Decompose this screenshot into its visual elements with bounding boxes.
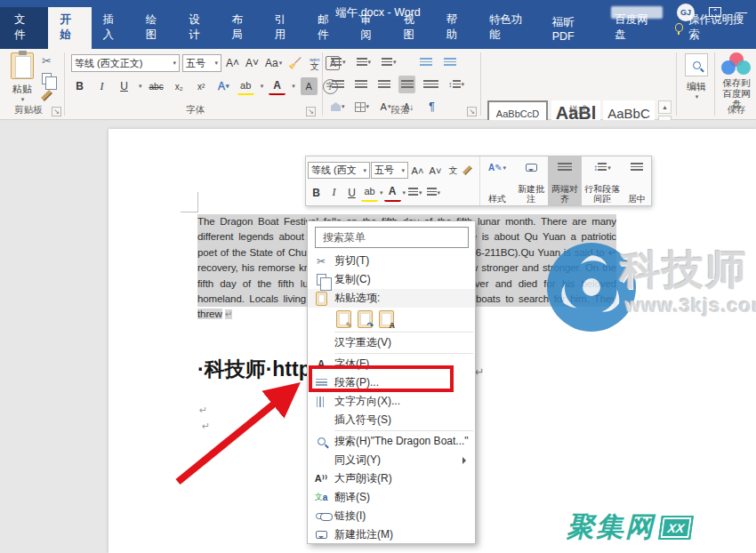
tab-special-features[interactable]: 特色功能 xyxy=(478,7,541,49)
menu-item-label: 同义词(Y) xyxy=(334,453,462,468)
tab-view[interactable]: 视图 xyxy=(392,7,435,49)
strikethrough-button[interactable]: abc xyxy=(148,77,165,95)
grow-font-button[interactable]: A˄ xyxy=(224,54,241,72)
bold-button[interactable]: B xyxy=(71,77,88,95)
mini-line-spacing-button[interactable]: ↕▾ 行和段落间距 xyxy=(582,156,623,205)
align-center-button[interactable] xyxy=(352,76,369,93)
line-spacing-icon xyxy=(453,80,461,90)
mini-format-painter-icon[interactable] xyxy=(462,165,472,175)
character-shading-button[interactable]: A xyxy=(301,77,318,95)
paste-merge-formatting-icon[interactable]: ↷ xyxy=(358,310,373,328)
text-effects-button[interactable]: A▾ xyxy=(215,77,232,95)
mini-highlight-button[interactable]: ab xyxy=(361,184,378,202)
mini-new-comment-button[interactable]: 新建批注 xyxy=(514,156,548,205)
italic-button[interactable]: I xyxy=(93,77,110,95)
bullets-button[interactable]: ▾ xyxy=(329,53,348,71)
menu-search-input[interactable]: 搜索菜单 xyxy=(315,227,469,248)
mini-bullets-button[interactable]: ▾ xyxy=(406,184,424,202)
tab-insert[interactable]: 插入 xyxy=(92,7,134,49)
superscript-button[interactable]: x² xyxy=(193,77,210,95)
underline-dropdown-icon[interactable]: ▾ xyxy=(139,83,142,90)
line-spacing-button[interactable]: ↕▾ xyxy=(446,76,466,93)
tell-me-search[interactable]: 操作说明搜索 xyxy=(666,7,756,49)
font-dialog-launcher[interactable]: ↘ xyxy=(306,107,316,116)
font-name-combo[interactable]: 等线 (西文正文) ▾ xyxy=(71,54,180,72)
format-painter-icon[interactable] xyxy=(41,90,52,101)
mini-font-color-dropdown-icon[interactable]: ▾ xyxy=(403,189,406,196)
pilcrow-mark: ↵ xyxy=(475,365,485,379)
cut-icon[interactable]: ✂ xyxy=(42,54,52,68)
menu-item-text-direction[interactable]: 文字方向(X)... xyxy=(308,392,475,411)
menu-item-hanzi-reconvert[interactable]: 汉字重选(V) xyxy=(308,333,475,352)
tab-layout[interactable]: 布局 xyxy=(220,7,262,49)
tab-mailings[interactable]: 邮件 xyxy=(306,7,349,49)
font-row-1: 等线 (西文正文) ▾ 五号 ▾ A˄ A˅ Aa▾ 🧹 wén 文 A xyxy=(71,54,340,72)
subscript-button[interactable]: x₂ xyxy=(171,77,188,95)
mini-center-button[interactable]: 居中 xyxy=(623,156,651,205)
paste-button[interactable]: 粘贴 ▾ xyxy=(7,52,37,103)
shrink-font-button[interactable]: A˅ xyxy=(244,54,261,72)
mini-font-name-combo[interactable]: 等线 (西文▾ xyxy=(308,162,370,179)
justify-button[interactable] xyxy=(398,76,415,93)
mini-italic-button[interactable]: I xyxy=(326,184,342,202)
styles-scroll-up[interactable]: ▲ xyxy=(658,100,672,114)
tab-baidu-netdisk[interactable]: 百度网盘 xyxy=(603,7,666,49)
distribute-button[interactable] xyxy=(422,76,440,93)
mini-styles-button[interactable]: A✎▾ 样式 xyxy=(480,156,514,205)
paste-keep-source-formatting-icon[interactable]: ✎ xyxy=(336,310,351,328)
menu-item-label: 粘贴选项: xyxy=(334,291,475,306)
tab-help[interactable]: 帮助 xyxy=(435,7,478,49)
tab-references[interactable]: 引用 xyxy=(263,7,306,49)
paste-keep-text-only-icon[interactable]: A xyxy=(379,310,394,328)
mini-shrink-font-button[interactable]: A˅ xyxy=(427,162,444,180)
paste-dropdown-icon[interactable]: ▾ xyxy=(8,96,37,103)
font-color-button[interactable]: A xyxy=(269,77,286,95)
tab-design[interactable]: 设计 xyxy=(177,7,220,49)
clear-formatting-button[interactable]: 🧹 xyxy=(286,54,303,72)
copy-icon[interactable] xyxy=(42,73,52,84)
menu-item-label: 链接(I) xyxy=(334,509,475,524)
menu-item-search[interactable]: 搜索(H)"The Dragon Boat..." xyxy=(308,432,475,451)
cut-icon: ✂ xyxy=(308,255,334,268)
menu-item-read-aloud[interactable]: A⁾⁾ 大声朗读(R) xyxy=(308,469,475,488)
tab-foxit-pdf[interactable]: 福昕PDF xyxy=(541,10,604,49)
align-right-button[interactable] xyxy=(375,76,392,93)
font-size-combo[interactable]: 五号 ▾ xyxy=(182,54,221,72)
numbering-button[interactable]: ▾ xyxy=(355,53,374,71)
editing-button[interactable]: 编辑 ▾ xyxy=(681,53,712,100)
mini-underline-button[interactable]: U xyxy=(343,184,360,202)
mini-numbering-button[interactable]: ▾ xyxy=(425,184,443,202)
menu-item-cut[interactable]: ✂ 剪切(T) xyxy=(308,252,475,270)
change-case-button[interactable]: Aa▾ xyxy=(263,54,284,72)
paragraph-dialog-launcher[interactable]: ↘ xyxy=(467,107,477,116)
decrease-indent-button[interactable] xyxy=(418,53,435,71)
align-left-button[interactable] xyxy=(329,76,346,93)
text-direction-icon xyxy=(308,397,334,407)
mini-bold-button[interactable]: B xyxy=(308,184,325,202)
highlight-button[interactable]: ab xyxy=(237,77,254,95)
menu-item-insert-symbol[interactable]: 插入符号(S) xyxy=(308,411,475,429)
mini-font-size-combo[interactable]: 五号▾ xyxy=(371,162,408,179)
phonetic-guide-button[interactable]: wén 文 xyxy=(306,54,323,72)
mini-font-color-button[interactable]: A xyxy=(384,184,401,202)
font-color-dropdown-icon[interactable]: ▾ xyxy=(292,83,295,90)
tab-review[interactable]: 审阅 xyxy=(349,7,391,49)
mini-justify-button[interactable]: 两端对齐 xyxy=(548,156,582,205)
tab-file[interactable]: 文件 xyxy=(0,7,48,49)
mini-highlight-dropdown-icon[interactable]: ▾ xyxy=(380,189,383,196)
menu-item-copy[interactable]: 复制(C) xyxy=(308,270,475,289)
menu-item-synonyms[interactable]: 同义词(Y) xyxy=(308,451,475,469)
multilevel-list-button[interactable]: ▾ xyxy=(380,53,398,71)
tab-draw[interactable]: 绘图 xyxy=(134,7,177,49)
save-to-baidu-button[interactable]: 保存到百度网盘 xyxy=(719,52,754,109)
mini-grow-font-button[interactable]: A˄ xyxy=(409,162,426,180)
highlight-dropdown-icon[interactable]: ▾ xyxy=(261,83,264,90)
tab-home[interactable]: 开始 xyxy=(48,7,91,49)
menu-item-link[interactable]: 链接(I) xyxy=(308,507,475,525)
menu-item-translate[interactable]: 文a 翻译(S) xyxy=(308,488,475,507)
clipboard-dialog-launcher[interactable]: ↘ xyxy=(52,107,61,116)
mini-phonetic-button[interactable]: 文 xyxy=(445,162,462,180)
increase-indent-button[interactable] xyxy=(442,53,459,71)
menu-item-new-comment[interactable]: 新建批注(M) xyxy=(308,525,475,544)
underline-button[interactable]: U xyxy=(116,77,133,95)
